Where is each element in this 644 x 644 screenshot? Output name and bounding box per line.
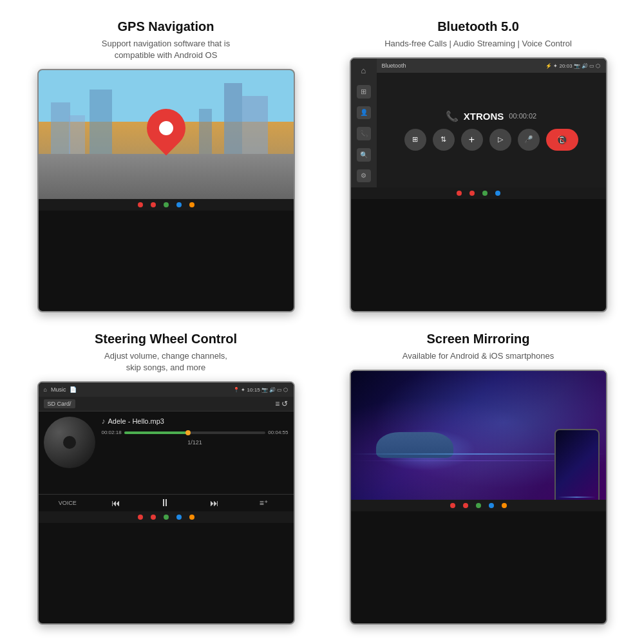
bt-call-area: 📞 XTRONS 00:00:02 ⊞ ⇅ + ▷ 🎤 📵	[377, 73, 606, 187]
bt-dot-1	[457, 191, 462, 196]
caller-name: XTRONS	[464, 111, 504, 122]
steering-title: Steering Wheel Control	[95, 332, 237, 346]
progress-thumb	[185, 430, 191, 435]
grid-icon: ⊞	[357, 85, 371, 99]
gps-feature: GPS Navigation Support navigation softwa…	[13, 13, 319, 319]
bt-device-frame: ⌂ ⊞ 👤 📞 🔍 ⚙ Bluetooth ⚡ ✦ 20:03 📷 🔊 ▭ ⬡ …	[350, 57, 607, 312]
pause-btn[interactable]: ⏸	[155, 497, 175, 509]
mirror-screen	[351, 371, 606, 500]
voice-btn[interactable]: VOICE	[59, 500, 77, 506]
music-track: ♪ Adele - Hello.mp3	[102, 417, 289, 426]
music-home-icon: ⌂	[44, 386, 47, 393]
building-5	[224, 83, 242, 154]
steering-feature: Steering Wheel Control Adjust volume, ch…	[13, 325, 319, 631]
status-dot-red2	[151, 202, 156, 207]
sd-card-badge: SD Card/	[44, 399, 75, 408]
bt-topbar: Bluetooth ⚡ ✦ 20:03 📷 🔊 ▭ ⬡	[377, 59, 606, 73]
steering-subtitle: Adjust volume, change channels,skip song…	[104, 350, 227, 374]
playlist-btn[interactable]: ≡⁺	[254, 498, 273, 507]
prev-btn[interactable]: ⏮	[106, 498, 126, 508]
add-call-button[interactable]: +	[461, 129, 483, 151]
pin-head	[138, 101, 193, 156]
progress-fill	[124, 431, 188, 434]
building-3	[90, 90, 112, 154]
m-dot-1	[450, 503, 455, 508]
bt-sidebar: ⌂ ⊞ 👤 📞 🔍 ⚙	[351, 59, 377, 187]
track-name: Adele - Hello.mp3	[108, 417, 164, 425]
status-dot-green	[164, 202, 169, 207]
search-icon: 🔍	[357, 148, 371, 162]
s-dot-4	[176, 515, 182, 520]
status-dot-blue	[176, 202, 182, 207]
phone-light-streak	[558, 497, 596, 498]
album-inner	[63, 436, 76, 449]
building-1	[51, 102, 70, 154]
track-count: 1/121	[102, 439, 289, 446]
music-status-bar: 📍 ✦ 10:15 📷 🔊 ▭ ⬡	[233, 387, 288, 393]
bt-status-icons: ⚡ ✦ 20:03 📷 🔊 ▭ ⬡	[545, 63, 600, 69]
mirror-phone-screen	[556, 430, 598, 500]
forward-button[interactable]: ▷	[489, 129, 511, 151]
music-controls: VOICE ⏮ ⏸ ⏭ ≡⁺	[39, 494, 294, 511]
music-screen: ⌂ Music 📄 📍 ✦ 10:15 📷 🔊 ▭ ⬡ SD Card/ ≡ ↺	[39, 383, 294, 511]
gps-screen	[39, 70, 294, 199]
mirroring-subtitle: Available for Android & iOS smartphones	[402, 350, 554, 362]
end-call-button[interactable]: 📵	[546, 129, 578, 151]
s-dot-3	[164, 515, 169, 520]
m-dot-4	[489, 503, 494, 508]
music-info: ♪ Adele - Hello.mp3 00:02:18 00:04:55 1/…	[102, 417, 289, 489]
s-dot-5	[189, 515, 194, 520]
gps-device-frame	[37, 69, 295, 312]
status-dot-red	[138, 202, 143, 207]
dialpad-button[interactable]: ⊞	[404, 129, 426, 151]
building-4	[242, 96, 268, 154]
music-path-bar: SD Card/ ≡ ↺	[39, 397, 294, 412]
gps-title: GPS Navigation	[117, 19, 214, 34]
m-dot-5	[502, 503, 507, 508]
steering-device-frame: ⌂ Music 📄 📍 ✦ 10:15 📷 🔊 ▭ ⬡ SD Card/ ≡ ↺	[37, 381, 295, 625]
call-time: 00:00:02	[509, 112, 536, 120]
map-pin	[147, 109, 185, 154]
bt-screen: ⌂ ⊞ 👤 📞 🔍 ⚙ Bluetooth ⚡ ✦ 20:03 📷 🔊 ▭ ⬡ …	[351, 59, 606, 187]
mirroring-feature: Screen Mirroring Available for Android &…	[325, 325, 631, 631]
swap-button[interactable]: ⇅	[433, 129, 455, 151]
music-progress-container: 00:02:18 00:04:55	[102, 430, 289, 435]
bt-dot-2	[469, 191, 475, 196]
contacts-icon: 👤	[357, 106, 371, 120]
music-content: ♪ Adele - Hello.mp3 00:02:18 00:04:55 1/…	[39, 412, 294, 494]
mirroring-title: Screen Mirroring	[426, 332, 529, 346]
s-dot-1	[138, 515, 143, 520]
bt-topbar-bluetooth-label: Bluetooth	[382, 62, 406, 69]
gps-bottom-bar	[39, 199, 294, 211]
music-topbar: ⌂ Music 📄 📍 ✦ 10:15 📷 🔊 ▭ ⬡	[39, 383, 294, 397]
time-current: 00:02:18	[102, 430, 122, 435]
bt-call-buttons[interactable]: ⊞ ⇅ + ▷ 🎤 📵	[404, 129, 578, 151]
music-note-icon: ♪	[102, 417, 106, 426]
bt-subtitle: Hands-free Calls | Audio Streaming | Voi…	[384, 38, 572, 50]
m-dot-3	[476, 503, 481, 508]
bluetooth-feature: Bluetooth 5.0 Hands-free Calls | Audio S…	[325, 13, 631, 319]
building-6	[199, 109, 212, 154]
status-dot-orange	[189, 202, 194, 207]
mirror-car-group	[376, 432, 473, 468]
bt-title: Bluetooth 5.0	[437, 19, 519, 34]
bt-main-area: Bluetooth ⚡ ✦ 20:03 📷 🔊 ▭ ⬡ 📞 XTRONS 00:…	[377, 59, 606, 187]
bt-bottom-bar	[351, 187, 606, 199]
pin-inner	[156, 118, 176, 138]
progress-bar[interactable]	[124, 431, 266, 434]
m-dot-2	[463, 503, 468, 508]
settings-icon: ⚙	[357, 169, 371, 183]
mute-button[interactable]: 🎤	[518, 129, 540, 151]
mirroring-device-frame	[350, 370, 607, 625]
mirroring-bottom-bar	[351, 500, 606, 511]
time-total: 00:04:55	[268, 430, 288, 435]
album-art	[44, 417, 95, 468]
building-2	[69, 115, 85, 154]
bt-dot-3	[482, 191, 488, 196]
s-dot-2	[151, 515, 156, 520]
main-grid: GPS Navigation Support navigation softwa…	[0, 0, 644, 644]
gps-subtitle: Support navigation software that iscompa…	[102, 38, 230, 61]
mirror-phone-overlay	[554, 429, 600, 500]
bt-dot-4	[495, 191, 500, 196]
next-btn[interactable]: ⏭	[205, 498, 224, 508]
